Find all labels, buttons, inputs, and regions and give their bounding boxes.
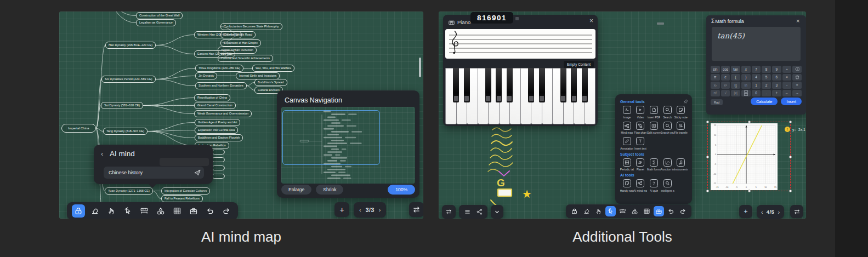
piano-black-key[interactable] xyxy=(582,68,588,102)
mindmap-node[interactable]: Wei, Shu, and Wu Warfare xyxy=(252,65,294,72)
calc-key-x[interactable]: x xyxy=(741,66,751,73)
lock-tool[interactable] xyxy=(569,206,580,216)
toolbox-tool[interactable] xyxy=(654,206,664,216)
formula-display[interactable]: tan(45) xyxy=(712,27,801,61)
calc-key-5[interactable]: 5 xyxy=(762,74,771,81)
calc-key-clear[interactable] xyxy=(792,74,802,81)
tool-item-split-screen[interactable]: Split screen xyxy=(647,122,661,135)
lasso-tool[interactable] xyxy=(605,206,616,216)
lasso-tool[interactable] xyxy=(121,204,134,218)
calc-key-cos[interactable]: cos xyxy=(721,66,730,73)
calc-key-[interactable]: √ xyxy=(721,90,730,97)
calc-key-ln[interactable]: ln xyxy=(741,82,751,89)
mindmap-node[interactable]: Golden Age of Poetry and Art xyxy=(195,119,240,126)
mindmap-node[interactable] xyxy=(212,150,225,155)
mindmap-node[interactable]: Han Dynasty (206 BCE–220 CE) xyxy=(105,42,156,49)
tool-item-ai-mind-map[interactable]: AI mind map xyxy=(634,179,648,192)
tool-item-insert-pdf[interactable]: Insert PDF xyxy=(647,106,661,119)
calc-key-8[interactable]: 8 xyxy=(762,66,771,73)
mindmap-node[interactable]: Fall to Peasant Rebellions xyxy=(161,195,203,202)
mindmap-node[interactable]: Grand Canal Construction xyxy=(194,102,236,109)
tool-item-file-transfer[interactable]: File transfer xyxy=(674,122,688,135)
calc-key-backspace[interactable] xyxy=(792,66,802,73)
calc-key-sin[interactable]: sin xyxy=(711,66,720,73)
mindmap-node[interactable]: Buddhism's Spread xyxy=(254,79,287,86)
piano-black-key[interactable] xyxy=(507,68,513,102)
tool-item-math-formula[interactable]: Math formula xyxy=(647,158,661,172)
function-graph-widget[interactable]: -15-15-10-10-5-5005510101515 1 y= 2x-1 xyxy=(707,122,791,191)
calc-key-tan[interactable]: tan xyxy=(731,66,740,73)
touch-tool[interactable] xyxy=(593,206,604,216)
calc-key-a-b[interactable] xyxy=(741,90,751,97)
tool-item-periodic-table[interactable]: Periodic table xyxy=(620,158,634,172)
mindmap-node[interactable]: Construction of the Great Wall xyxy=(136,12,183,19)
tool-item-sticky-note[interactable]: Sticky note xyxy=(674,106,688,119)
tool-item-intelligent-search[interactable]: Intelligent search xyxy=(661,179,674,192)
lock-tool[interactable] xyxy=(72,204,85,218)
undo-tool[interactable] xyxy=(203,204,217,218)
calc-key-e[interactable]: e xyxy=(721,74,730,81)
calc-key-[interactable]: × xyxy=(782,74,792,81)
insert-button[interactable]: Insert xyxy=(781,98,802,105)
calc-key-x[interactable]: |x| xyxy=(731,90,740,97)
calc-key-[interactable]: = xyxy=(792,82,802,89)
mindmap-node[interactable]: Creation of Silk Road xyxy=(220,31,256,38)
calc-key-0[interactable]: 0 xyxy=(752,90,761,97)
pin-icon[interactable] xyxy=(683,97,689,103)
switch-pages-button[interactable] xyxy=(790,205,803,218)
mindmap-node[interactable]: Six Dynasties Period (220–589 CE) xyxy=(101,76,156,83)
piano-black-key[interactable] xyxy=(453,68,459,102)
calc-key-[interactable]: → xyxy=(792,90,802,97)
mindmap-node[interactable]: Internal Strife and Invasions xyxy=(236,72,280,79)
switch-board-button[interactable] xyxy=(442,205,456,219)
calc-key-x[interactable]: x² xyxy=(721,82,730,89)
mindmap-node[interactable]: Integration of Eurasian Cultures xyxy=(161,187,210,195)
mindmap-node[interactable]: Yellow Turban Rebellion xyxy=(218,47,257,54)
tool-item-instruments[interactable]: Instruments xyxy=(674,158,688,172)
mindmap-node[interactable]: Confucianism Becomes State Philosophy xyxy=(220,23,282,30)
prev-page-icon[interactable]: ‹ xyxy=(359,207,361,213)
tool-item-handy-note[interactable]: Handy note xyxy=(620,179,634,192)
piano-keyboard[interactable] xyxy=(445,68,595,124)
shrink-button[interactable]: Shrink xyxy=(316,185,343,195)
mindmap-node[interactable]: Tang Dynasty (618–907 CE) xyxy=(103,128,147,135)
prev-page-icon[interactable]: ‹ xyxy=(761,209,763,215)
undo-tool[interactable] xyxy=(666,206,676,216)
tool-item-image[interactable]: Image xyxy=(620,106,634,119)
redo-tool[interactable] xyxy=(678,206,688,216)
calc-key-[interactable]: - xyxy=(782,82,792,89)
tool-item-ai-quiz[interactable]: AI quiz xyxy=(647,179,661,192)
eraser-tool[interactable] xyxy=(581,206,592,216)
calc-key-[interactable]: + xyxy=(772,90,781,97)
chevron-down-icon[interactable] xyxy=(491,205,503,219)
touch-tool[interactable] xyxy=(105,204,118,218)
calc-key-[interactable]: ( xyxy=(731,74,740,81)
tool-item-annotation[interactable]: Annotation xyxy=(620,137,634,150)
minimap-viewport[interactable] xyxy=(282,110,380,165)
add-page-button[interactable]: + xyxy=(334,202,349,217)
calc-key-lg[interactable]: lg xyxy=(731,82,740,89)
calc-key-7[interactable]: 7 xyxy=(752,66,761,73)
menu-icon[interactable] xyxy=(464,208,471,215)
switch-pages-button[interactable] xyxy=(409,202,423,217)
mindmap-node[interactable] xyxy=(212,174,225,179)
empty-content-button[interactable]: Empty Content xyxy=(564,61,594,68)
mindmap-node[interactable]: Expansion of Han Empire xyxy=(220,39,261,47)
tool-item-flow-chart[interactable]: Flow chart xyxy=(634,122,648,135)
next-page-icon[interactable]: › xyxy=(379,207,381,213)
mindmap-node[interactable]: Buddhism and Daoism Flourish xyxy=(195,134,243,141)
mindmap-node[interactable]: Reunification of China xyxy=(194,94,230,101)
zoom-level-badge[interactable]: 100% xyxy=(388,185,415,195)
calc-key-1[interactable]: 1 xyxy=(752,82,761,89)
mindmap-node[interactable] xyxy=(212,157,225,162)
calc-key-[interactable]: π xyxy=(711,74,720,81)
chevron-left-icon[interactable]: ‹ xyxy=(101,150,103,158)
tool-item-video[interactable]: Video xyxy=(634,106,648,119)
calc-key-6[interactable]: 6 xyxy=(772,74,781,81)
calc-key-2[interactable]: 2 xyxy=(762,82,771,89)
minimap[interactable] xyxy=(281,107,415,184)
next-page-icon[interactable]: › xyxy=(778,209,780,215)
calc-key-4[interactable]: 4 xyxy=(752,74,761,81)
shapes-tool[interactable] xyxy=(154,204,167,218)
calculate-button[interactable]: Calculate xyxy=(751,98,778,105)
